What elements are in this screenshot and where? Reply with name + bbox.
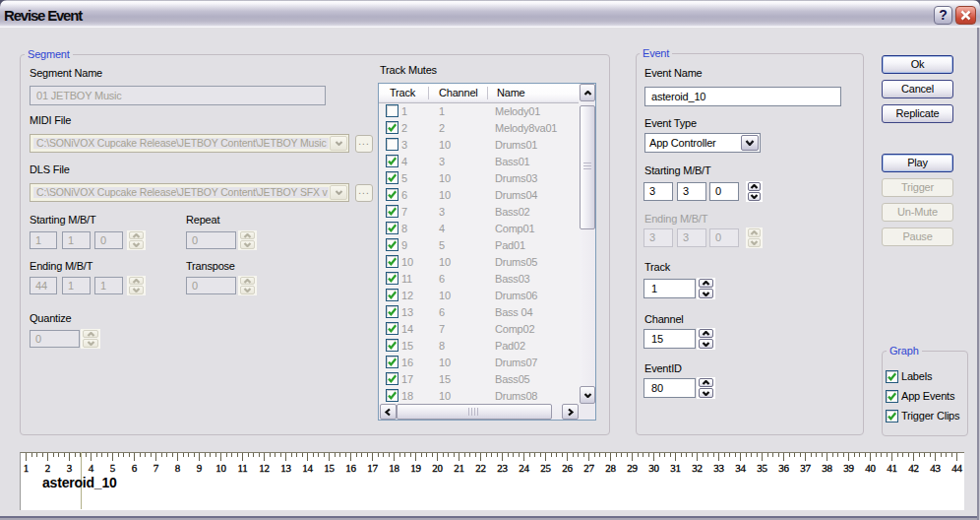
svg-text:43: 43: [930, 462, 941, 474]
svg-text:16: 16: [345, 462, 356, 474]
svg-text:7: 7: [153, 462, 159, 474]
svg-text:29: 29: [627, 462, 638, 474]
svg-text:36: 36: [778, 462, 789, 474]
svg-text:12: 12: [259, 462, 270, 474]
svg-text:33: 33: [713, 462, 724, 474]
svg-text:32: 32: [692, 462, 703, 474]
svg-text:44: 44: [951, 462, 962, 474]
svg-text:37: 37: [800, 462, 811, 474]
svg-text:11: 11: [237, 462, 247, 474]
svg-text:38: 38: [822, 462, 832, 474]
svg-text:9: 9: [197, 462, 203, 474]
svg-text:4: 4: [89, 462, 94, 474]
svg-text:15: 15: [324, 462, 335, 474]
svg-text:26: 26: [562, 462, 573, 474]
svg-text:22: 22: [475, 462, 486, 474]
svg-text:39: 39: [843, 462, 854, 474]
svg-text:5: 5: [110, 462, 116, 474]
svg-text:40: 40: [865, 462, 876, 474]
svg-text:14: 14: [302, 462, 313, 474]
svg-text:8: 8: [175, 462, 181, 474]
svg-text:24: 24: [519, 462, 529, 474]
svg-text:31: 31: [670, 462, 681, 474]
svg-text:34: 34: [735, 462, 746, 474]
svg-text:28: 28: [605, 462, 616, 474]
svg-text:1: 1: [24, 462, 29, 474]
svg-text:41: 41: [887, 462, 897, 474]
svg-text:18: 18: [389, 462, 399, 474]
svg-text:6: 6: [132, 462, 138, 474]
svg-text:20: 20: [432, 462, 443, 474]
svg-text:35: 35: [757, 462, 767, 474]
svg-text:17: 17: [367, 462, 378, 474]
svg-text:10: 10: [215, 462, 226, 474]
svg-text:23: 23: [497, 462, 508, 474]
svg-text:3: 3: [67, 462, 73, 474]
svg-text:2: 2: [45, 462, 50, 474]
svg-text:25: 25: [540, 462, 551, 474]
svg-text:42: 42: [908, 462, 919, 474]
svg-text:19: 19: [410, 462, 421, 474]
svg-text:27: 27: [583, 462, 594, 474]
svg-text:30: 30: [648, 462, 659, 474]
svg-text:13: 13: [280, 462, 291, 474]
svg-text:21: 21: [454, 462, 464, 474]
